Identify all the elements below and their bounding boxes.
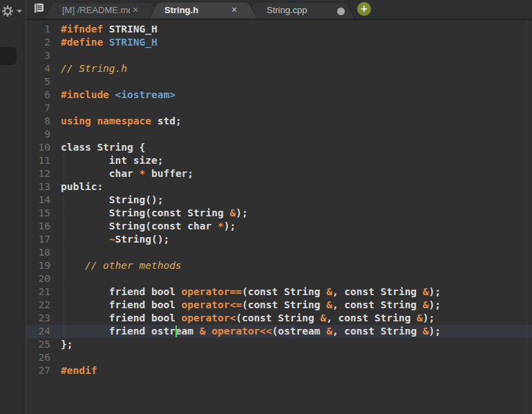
- code-line[interactable]: int size;: [61, 154, 532, 167]
- line-number: 14: [26, 194, 61, 207]
- line-number: 17: [26, 233, 61, 246]
- scrollbar-track[interactable]: [526, 20, 532, 414]
- code-line[interactable]: };: [61, 338, 532, 351]
- line-number: 13: [26, 180, 61, 194]
- tab-string-h-label: String.h: [164, 1, 198, 18]
- code-line[interactable]: friend bool operator<(const String &, co…: [61, 312, 532, 325]
- code-line[interactable]: String(const String &);: [61, 207, 532, 220]
- code-line[interactable]: #endif: [61, 364, 532, 377]
- text-caret: [175, 326, 177, 337]
- line-number: 15: [26, 207, 61, 220]
- code-line[interactable]: #define STRING_H: [61, 36, 532, 49]
- code-line[interactable]: public:: [61, 180, 532, 194]
- code-line[interactable]: [61, 246, 532, 259]
- line-number: 21: [26, 285, 61, 299]
- app-window: [M] /README.md × String.h × String.cpp +…: [0, 0, 532, 414]
- code-area[interactable]: #ifndef STRING_H#define STRING_H// Strin…: [61, 23, 532, 377]
- code-line[interactable]: friend bool operator<=(const String &, c…: [61, 299, 532, 312]
- code-line[interactable]: [61, 49, 532, 62]
- line-number: 12: [26, 167, 61, 180]
- code-line[interactable]: friend bool operator==(const String &, c…: [61, 285, 532, 299]
- tab-readme-labelbox: [M] /README.md ×: [62, 1, 138, 18]
- code-line[interactable]: #include <iostream>: [61, 88, 532, 102]
- line-number: 23: [26, 312, 61, 325]
- code-line[interactable]: [61, 102, 532, 115]
- code-line[interactable]: #ifndef STRING_H: [61, 23, 532, 36]
- tab-readme-label: [M] /README.md: [62, 5, 130, 15]
- code-line[interactable]: // other methods: [61, 259, 532, 272]
- line-number: 9: [26, 128, 61, 141]
- line-number: 10: [26, 141, 61, 154]
- code-line[interactable]: class String {: [61, 141, 532, 154]
- line-number: 18: [26, 246, 61, 259]
- new-tab-button[interactable]: +: [357, 2, 371, 16]
- line-number-gutter: 1234567891011121314151617181920212223242…: [26, 23, 61, 377]
- settings-menu-button[interactable]: [1, 4, 23, 18]
- code-line[interactable]: [61, 351, 532, 364]
- tab-bar: [M] /README.md × String.h × String.cpp +: [26, 0, 532, 20]
- line-number: 19: [26, 259, 61, 272]
- code-line[interactable]: String(const char *);: [61, 220, 532, 233]
- line-number: 11: [26, 154, 61, 167]
- collapsed-panel-tab[interactable]: [0, 47, 17, 65]
- line-number: 2: [26, 36, 61, 49]
- editor-pane: [M] /README.md × String.h × String.cpp +…: [26, 0, 532, 414]
- line-number: 20: [26, 272, 61, 285]
- line-number: 26: [26, 351, 61, 364]
- file-list-icon[interactable]: [33, 3, 44, 14]
- code-line[interactable]: using namespace std;: [61, 115, 532, 128]
- code-line[interactable]: ~String();: [61, 233, 532, 246]
- code-line[interactable]: char * buffer;: [61, 167, 532, 180]
- line-number: 4: [26, 62, 61, 75]
- line-number: 5: [26, 75, 61, 88]
- code-editor[interactable]: 1234567891011121314151617181920212223242…: [26, 20, 532, 414]
- left-sidebar: [0, 0, 26, 414]
- line-number: 3: [26, 49, 61, 62]
- line-number: 24: [26, 325, 61, 338]
- code-line[interactable]: String();: [61, 194, 532, 207]
- code-line[interactable]: [61, 272, 532, 285]
- modified-dot-icon: [337, 8, 345, 15]
- close-icon[interactable]: ×: [231, 1, 237, 18]
- line-number: 22: [26, 299, 61, 312]
- code-line[interactable]: // String.h: [61, 62, 532, 75]
- tab-string-cpp-label: String.cpp: [267, 1, 307, 18]
- code-line[interactable]: [61, 128, 532, 141]
- line-number: 8: [26, 115, 61, 128]
- line-number: 1: [26, 23, 61, 36]
- gear-icon: [1, 5, 14, 17]
- line-number: 25: [26, 338, 61, 351]
- code-line[interactable]: [61, 75, 532, 88]
- line-number: 6: [26, 88, 61, 102]
- line-number: 7: [26, 102, 61, 115]
- close-icon[interactable]: ×: [133, 4, 138, 15]
- code-line[interactable]: friend ostream & operator<<(ostream &, c…: [61, 325, 532, 338]
- line-number: 16: [26, 220, 61, 233]
- line-number: 27: [26, 364, 61, 377]
- chevron-down-icon: [17, 9, 22, 13]
